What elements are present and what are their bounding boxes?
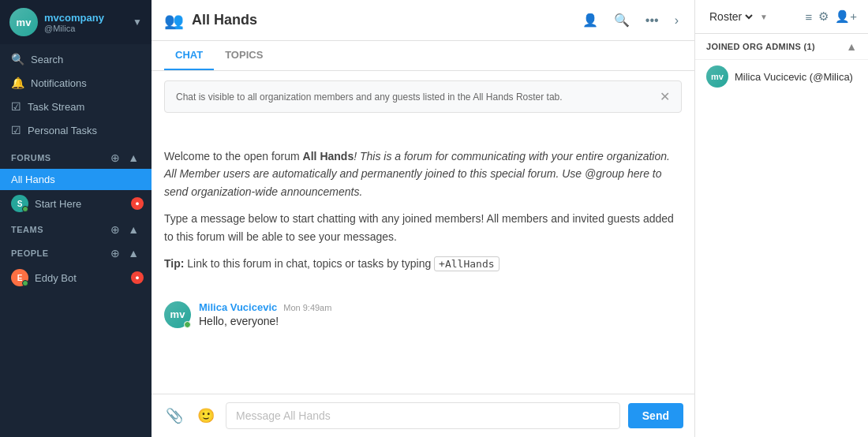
info-banner: Chat is visible to all organization memb… [164, 80, 682, 113]
message-content: Milica Vucicevic Mon 9:49am Hello, every… [199, 301, 682, 327]
teams-section: TEAMS ⊕ ▲ [0, 217, 152, 241]
forums-section-header: FORUMS ⊕ ▲ [11, 151, 140, 164]
roster-select[interactable]: Roster [706, 9, 755, 24]
roster-panel: Roster ▼ ≡ ⚙ 👤+ JOINED ORG ADMINS (1) ▲ … [694, 0, 868, 437]
sidebar-header[interactable]: mv mvcompany @Milica ▼ [0, 0, 152, 44]
online-dot [22, 280, 28, 286]
message-avatar: mv [164, 301, 191, 328]
roster-member-avatar: mv [706, 65, 728, 88]
message-time: Mon 9:49am [283, 303, 331, 312]
collapse-forums-button[interactable]: ▲ [126, 151, 140, 164]
online-dot [22, 206, 28, 212]
add-forum-button[interactable]: ⊕ [109, 151, 122, 164]
tip-text: Tip: Link to this forum in chat, topics … [164, 255, 682, 273]
people-section-header: PEOPLE ⊕ ▲ [11, 247, 140, 260]
close-banner-button[interactable]: ✕ [660, 89, 670, 104]
channel-icon: 👥 [164, 11, 184, 30]
roster-add-button[interactable]: 👤+ [835, 9, 857, 24]
welcome-line2: Type a message below to start chatting w… [164, 210, 682, 245]
people-section-actions: ⊕ ▲ [109, 247, 140, 260]
attach-button[interactable]: 📎 [163, 404, 186, 428]
bell-icon: 🔔 [11, 77, 24, 89]
sidebar-item-all-hands[interactable]: All Hands [0, 169, 152, 190]
info-banner-text: Chat is visible to all organization memb… [176, 92, 563, 103]
sidebar-item-eddy-bot[interactable]: E Eddy Bot ● [0, 264, 152, 291]
channel-tabs: CHAT TOPICS [152, 41, 694, 71]
members-button[interactable]: 👤 [579, 9, 601, 31]
sidebar-item-personal-tasks[interactable]: ☑ Personal Tasks [0, 118, 152, 142]
search-icon: 🔍 [11, 53, 24, 65]
roster-member-name: Milica Vucicevic (@Milica) [735, 71, 853, 83]
roster-section-label: JOINED ORG ADMINS (1) [706, 42, 815, 51]
collapse-people-button[interactable]: ▲ [126, 247, 140, 260]
roster-header: Roster ▼ ≡ ⚙ 👤+ [695, 0, 868, 34]
collapse-roster-section-button[interactable]: ▲ [846, 40, 857, 53]
message-author: Milica Vucicevic [199, 301, 277, 313]
message-row: mv Milica Vucicevic Mon 9:49am Hello, ev… [164, 301, 682, 328]
start-here-avatar: S [11, 195, 28, 212]
user-info: mvcompany @Milica [44, 12, 133, 33]
personal-tasks-icon: ☑ [11, 124, 21, 136]
tip-label: Tip: [164, 257, 184, 270]
welcome-forum-name: All Hands [303, 150, 354, 162]
chevron-down-icon: ▼ [760, 13, 768, 21]
roster-header-actions: ≡ ⚙ 👤+ [805, 9, 857, 24]
chat-messages: Welcome to the open forum All Hands! Thi… [152, 122, 694, 394]
start-here-badge: ● [131, 197, 144, 210]
channel-title: All Hands [192, 12, 571, 28]
welcome-intro-before: Welcome to the open forum [164, 150, 303, 162]
sidebar-nav: 🔍 Search 🔔 Notifications ☑ Task Stream ☑… [0, 44, 152, 145]
forums-section-actions: ⊕ ▲ [109, 151, 140, 164]
message-meta: Milica Vucicevic Mon 9:49am [199, 301, 682, 313]
eddy-bot-badge: ● [131, 271, 144, 284]
tip-code: +AllHands [434, 256, 499, 271]
task-stream-icon: ☑ [11, 100, 21, 113]
sidebar: mv mvcompany @Milica ▼ 🔍 Search 🔔 Notifi… [0, 0, 152, 437]
forums-section: FORUMS ⊕ ▲ [0, 145, 152, 169]
username: @Milica [44, 24, 133, 33]
message-input[interactable] [226, 402, 620, 429]
add-person-button[interactable]: ⊕ [109, 247, 122, 260]
eddy-bot-avatar: E [11, 269, 28, 286]
tab-chat[interactable]: CHAT [164, 41, 214, 70]
roster-org-admins-section: JOINED ORG ADMINS (1) ▲ mv Milica Vucice… [695, 34, 868, 93]
emoji-button[interactable]: 🙂 [194, 404, 218, 428]
sidebar-item-notifications[interactable]: 🔔 Notifications [0, 71, 152, 95]
people-section: PEOPLE ⊕ ▲ [0, 241, 152, 264]
main-content: 👥 All Hands 👤 🔍 ••• › CHAT TOPICS Chat i… [152, 0, 694, 437]
roster-section-header: JOINED ORG ADMINS (1) ▲ [695, 34, 868, 60]
collapse-teams-button[interactable]: ▲ [126, 223, 140, 236]
more-options-button[interactable]: ••• [642, 10, 662, 31]
channel-header-actions: 👤 🔍 ••• › [579, 9, 682, 31]
chat-input-area: 📎 🙂 Send [152, 394, 694, 437]
tab-topics[interactable]: TOPICS [214, 41, 274, 70]
sidebar-item-start-here[interactable]: S Start Here ● [0, 190, 152, 217]
add-team-button[interactable]: ⊕ [109, 223, 122, 236]
send-button[interactable]: Send [628, 403, 683, 428]
tip-body: Link to this forum in chat, topics or ta… [184, 257, 434, 270]
sidebar-item-task-stream[interactable]: ☑ Task Stream [0, 95, 152, 118]
message-text: Hello, everyone! [199, 315, 682, 327]
roster-filter-button[interactable]: ≡ [805, 9, 812, 24]
teams-section-header: TEAMS ⊕ ▲ [11, 223, 140, 236]
roster-member[interactable]: mv Milica Vucicevic (@Milica) [695, 60, 868, 93]
chat-area: Chat is visible to all organization memb… [152, 71, 694, 394]
online-dot [184, 321, 191, 328]
company-name: mvcompany [44, 12, 133, 24]
roster-settings-button[interactable]: ⚙ [818, 9, 829, 24]
search-channel-button[interactable]: 🔍 [611, 9, 633, 31]
channel-header: 👥 All Hands 👤 🔍 ••• › [152, 0, 694, 41]
teams-section-actions: ⊕ ▲ [109, 223, 140, 236]
avatar: mv [9, 8, 38, 36]
welcome-message: Welcome to the open forum All Hands! Thi… [164, 135, 682, 295]
chevron-down-icon: ▼ [133, 17, 142, 28]
sidebar-item-search[interactable]: 🔍 Search [0, 47, 152, 71]
expand-button[interactable]: › [672, 10, 682, 31]
